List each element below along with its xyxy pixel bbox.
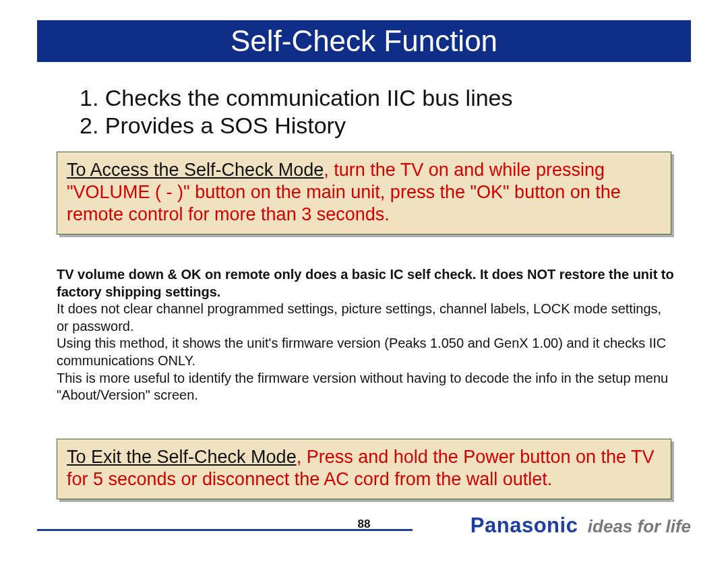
detail-line: Using this method, it shows the unit's f… [57,335,675,369]
list-item: 2. Provides a SOS History [80,112,653,139]
exit-instructions-box: To Exit the Self-Check Mode, Press and h… [57,439,671,499]
access-heading: To Access the Self-Check Mode [67,160,324,180]
exit-heading: To Exit the Self-Check Mode [67,447,297,467]
detail-line: This is more useful to identify the firm… [57,370,675,404]
details-paragraphs: TV volume down & OK on remote only does … [57,266,675,404]
brand-tagline: ideas for life [588,516,691,537]
panasonic-logo: Panasonic [471,513,578,538]
detail-line: It does not clear channel programmed set… [57,301,675,335]
page-title: Self-Check Function [37,20,691,62]
slide: Self-Check Function 1. Checks the commun… [0,0,728,562]
detail-line-bold: TV volume down & OK on remote only does … [57,266,675,301]
brand-block: Panasonic ideas for life [471,513,691,538]
list-item: 1. Checks the communication IIC bus line… [80,84,653,112]
access-instructions-box: To Access the Self-Check Mode, turn the … [57,152,671,235]
